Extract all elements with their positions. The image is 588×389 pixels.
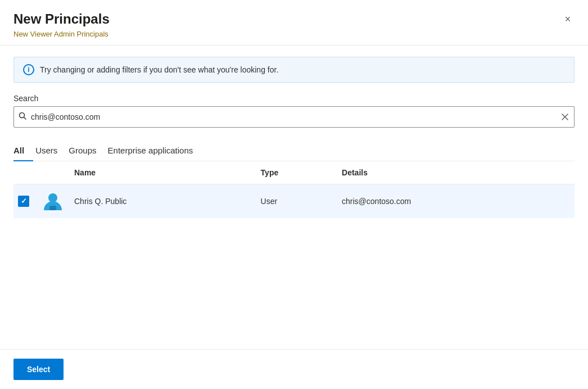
tab-enterprise-applications[interactable]: Enterprise applications (106, 141, 202, 161)
col-name: Name (70, 161, 256, 184)
dialog: New Principals New Viewer Admin Principa… (0, 0, 588, 389)
row-details: chris@contoso.com (337, 184, 575, 218)
col-details: Details (337, 161, 575, 184)
dialog-footer: Select (0, 349, 588, 389)
info-banner: i Try changing or adding filters if you … (13, 57, 575, 83)
tab-users[interactable]: Users (33, 141, 66, 161)
svg-rect-5 (49, 206, 56, 210)
search-icon (19, 112, 26, 121)
col-type: Type (256, 161, 337, 184)
dialog-header: New Principals New Viewer Admin Principa… (0, 0, 588, 46)
info-banner-text: Try changing or adding filters if you do… (40, 65, 278, 74)
search-clear-button[interactable] (560, 112, 569, 121)
dialog-subtitle: New Viewer Admin Principals (13, 30, 575, 38)
row-name: Chris Q. Public (70, 184, 256, 218)
results-table-area: Name Type Details ✓ (13, 161, 575, 349)
search-wrapper (13, 106, 575, 128)
checkmark-icon: ✓ (21, 197, 27, 205)
results-table: Name Type Details ✓ (13, 161, 575, 218)
col-avatar (36, 161, 70, 184)
dialog-title: New Principals (13, 11, 575, 28)
search-label: Search (13, 94, 575, 103)
row-type: User (256, 184, 337, 218)
row-checkbox-cell[interactable]: ✓ (13, 184, 36, 218)
select-button[interactable]: Select (13, 359, 64, 380)
row-checkbox-selected[interactable]: ✓ (18, 196, 29, 207)
tab-groups[interactable]: Groups (66, 141, 105, 161)
avatar (40, 189, 65, 214)
search-input[interactable] (31, 112, 560, 121)
svg-line-1 (24, 117, 26, 120)
close-button[interactable]: × (559, 10, 577, 28)
tab-bar: All Users Groups Enterprise applications (13, 141, 575, 161)
col-checkbox (13, 161, 36, 184)
tab-all[interactable]: All (13, 141, 33, 161)
svg-point-4 (48, 193, 57, 202)
dialog-content: i Try changing or adding filters if you … (0, 46, 588, 349)
table-header-row: Name Type Details (13, 161, 575, 184)
table-row[interactable]: ✓ Chris Q. Pu (13, 184, 575, 218)
row-avatar-cell (36, 184, 70, 218)
info-icon: i (23, 64, 34, 75)
